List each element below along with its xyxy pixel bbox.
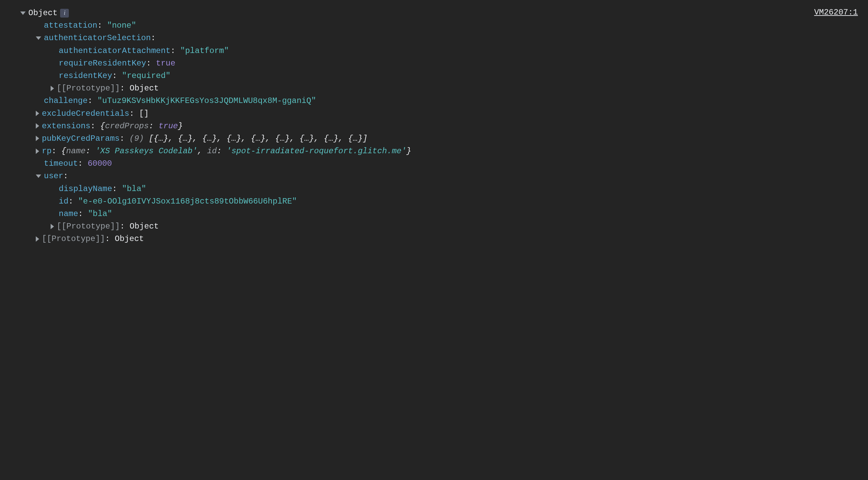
brace-open: { — [61, 145, 66, 157]
prop-prototype[interactable]: [[Prototype]]: Object — [10, 233, 858, 245]
prop-timeout[interactable]: timeout: 60000 — [10, 157, 858, 170]
prop-require-resident-key[interactable]: requireResidentKey: true — [10, 57, 858, 70]
prop-key: [[Prototype]] — [57, 82, 120, 95]
prop-key: name — [59, 208, 78, 220]
prop-pubkey-cred-params[interactable]: pubKeyCredParams: (9) [{…}, {…}, {…}, {…… — [10, 132, 858, 145]
inner-key: name — [66, 145, 86, 157]
prop-prototype[interactable]: [[Prototype]]: Object — [10, 220, 858, 233]
prop-resident-key[interactable]: residentKey: "required" — [10, 70, 858, 82]
array-count: (9) — [129, 132, 144, 145]
prop-user-name[interactable]: name: "bla" — [10, 208, 858, 220]
object-root[interactable]: Object i — [10, 7, 858, 19]
prop-key: excludeCredentials — [42, 107, 129, 120]
prop-key: timeout — [44, 157, 78, 170]
prop-value: 60000 — [88, 157, 112, 170]
chevron-down-icon — [36, 36, 41, 40]
prop-key: id — [59, 195, 69, 208]
inner-value: 'spot-irradiated-roquefort.glitch.me' — [226, 145, 406, 157]
prop-key: attestation — [44, 19, 97, 32]
prop-authenticator-selection[interactable]: authenticatorSelection: — [10, 32, 858, 44]
prop-value: "uTuz9KSVsHbKKjKKFEGsYos3JQDMLWU8qx8M-gg… — [97, 95, 316, 107]
inner-key: credProps — [105, 120, 149, 132]
array-preview: [{…}, {…}, {…}, {…}, {…}, {…}, {…}, {…},… — [149, 132, 368, 145]
chevron-right-icon — [36, 111, 39, 116]
chevron-right-icon — [36, 123, 39, 129]
inner-key: id — [207, 145, 217, 157]
prop-exclude-credentials[interactable]: excludeCredentials: [] — [10, 107, 858, 120]
prop-key: displayName — [59, 183, 112, 195]
inner-value: 'XS Passkeys Codelab' — [95, 145, 197, 157]
prop-key: rp — [42, 145, 52, 157]
object-label: Object — [28, 7, 57, 19]
prop-authenticator-attachment[interactable]: authenticatorAttachment: "platform" — [10, 45, 858, 57]
prop-value: "bla" — [122, 183, 146, 195]
prop-user-id[interactable]: id: "e-e0-OOlg10IVYJSox1168j8cts89tObbW6… — [10, 195, 858, 208]
prop-key: authenticatorSelection — [44, 32, 151, 44]
prop-attestation[interactable]: attestation: "none" — [10, 19, 858, 32]
chevron-down-icon — [36, 175, 41, 178]
prop-user-display-name[interactable]: displayName: "bla" — [10, 183, 858, 195]
prop-value: "e-e0-OOlg10IVYJSox1168j8cts89tObbW66U6h… — [78, 195, 297, 208]
inner-value: true — [159, 120, 178, 132]
prop-value: "required" — [122, 70, 170, 82]
prop-key: challenge — [44, 95, 88, 107]
brace-close: } — [178, 120, 183, 132]
chevron-right-icon — [36, 149, 39, 154]
prop-value: true — [156, 57, 175, 70]
prop-key: authenticatorAttachment — [59, 45, 170, 57]
prop-value: [] — [139, 107, 149, 120]
chevron-right-icon — [51, 224, 54, 229]
source-link[interactable]: VM26207:1 — [814, 6, 858, 19]
prop-value: "platform" — [180, 45, 229, 57]
chevron-right-icon — [36, 136, 39, 141]
prop-key: residentKey — [59, 70, 112, 82]
prop-value: Object — [130, 82, 159, 95]
chevron-right-icon — [36, 236, 39, 242]
prop-key: extensions — [42, 120, 90, 132]
prop-challenge[interactable]: challenge: "uTuz9KSVsHbKKjKKFEGsYos3JQDM… — [10, 95, 858, 107]
chevron-right-icon — [51, 86, 54, 91]
prop-rp[interactable]: rp: {name:'XS Passkeys Codelab',id:'spot… — [10, 145, 858, 157]
prop-key: [[Prototype]] — [57, 220, 120, 233]
prop-user[interactable]: user: — [10, 170, 858, 182]
prop-value: "bla" — [88, 208, 112, 220]
chevron-down-icon — [20, 11, 26, 15]
prop-prototype[interactable]: [[Prototype]]: Object — [10, 82, 858, 95]
brace-close: } — [406, 145, 411, 157]
prop-key: pubKeyCredParams — [42, 132, 119, 145]
info-icon[interactable]: i — [60, 9, 69, 18]
prop-key: [[Prototype]] — [42, 233, 105, 245]
brace-open: { — [100, 120, 105, 132]
prop-key: requireResidentKey — [59, 57, 146, 70]
prop-extensions[interactable]: extensions: {credProps:true} — [10, 120, 858, 132]
prop-value: Object — [115, 233, 144, 245]
prop-value: Object — [130, 220, 159, 233]
prop-value: "none" — [107, 19, 136, 32]
prop-key: user — [44, 170, 63, 182]
